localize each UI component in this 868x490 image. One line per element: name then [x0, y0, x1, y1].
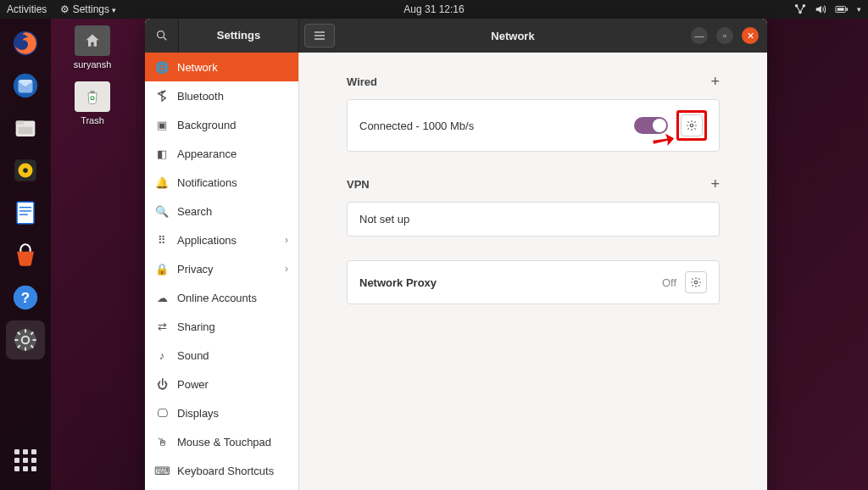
svg-rect-5: [846, 8, 848, 11]
maximize-button[interactable]: ▫: [716, 27, 733, 44]
sidebar-item-power[interactable]: ⏻Power: [145, 370, 298, 398]
sidebar-item-keyboard-shortcuts[interactable]: ⌨Keyboard Shortcuts: [145, 456, 298, 485]
wired-toggle[interactable]: [634, 117, 668, 134]
share-icon: ⇄: [155, 320, 169, 333]
dock-files[interactable]: [6, 109, 45, 148]
sidebar-item-search[interactable]: 🔍Search: [145, 197, 298, 226]
svg-rect-18: [19, 214, 28, 214]
mouse-icon: 🖱: [155, 435, 169, 448]
wired-connection-row: Connected - 1000 Mb/s: [347, 99, 720, 152]
settings-window: Settings Network — ▫ ✕ 🌐Network Bluetoot…: [145, 19, 767, 490]
vpn-row: Not set up: [347, 202, 720, 237]
wired-status: Connected - 1000 Mb/s: [359, 120, 474, 132]
dock-firefox[interactable]: [6, 24, 45, 63]
svg-point-32: [157, 31, 164, 38]
annotation-highlight: [676, 110, 707, 141]
proxy-state: Off: [662, 276, 676, 289]
music-icon: ♪: [155, 348, 169, 362]
dock-thunderbird[interactable]: [6, 66, 45, 105]
sidebar-item-applications[interactable]: ⠿Applications›: [145, 226, 298, 254]
svg-rect-14: [17, 202, 34, 224]
sidebar-item-bluetooth[interactable]: Bluetooth: [145, 81, 298, 110]
network-proxy-row: Network Proxy Off: [347, 260, 720, 304]
wired-settings-button[interactable]: [681, 114, 703, 136]
keyboard-icon: ⌨: [155, 464, 169, 477]
cloud-icon: ☁: [155, 291, 169, 304]
power-menu-icon[interactable]: ▾: [857, 5, 861, 14]
svg-point-37: [690, 124, 693, 127]
sidebar-title: Settings: [179, 19, 299, 53]
vpn-status: Not set up: [359, 213, 409, 226]
dock-rhythmbox[interactable]: [6, 151, 45, 190]
bell-icon: 🔔: [155, 175, 169, 189]
svg-rect-4: [837, 8, 844, 11]
sidebar-item-sound[interactable]: ♪Sound: [145, 341, 298, 370]
svg-point-38: [694, 281, 698, 284]
desktop-icons: suryansh Trash: [63, 25, 122, 125]
clock[interactable]: Aug 31 12:16: [403, 3, 464, 15]
dock-libreoffice-writer[interactable]: [6, 193, 45, 232]
sidebar-item-notifications[interactable]: 🔔Notifications: [145, 168, 298, 197]
bluetooth-icon: [155, 89, 169, 103]
appearance-icon: ◧: [155, 147, 169, 160]
dock-show-applications[interactable]: [6, 441, 45, 480]
minimize-button[interactable]: —: [691, 27, 708, 44]
vpn-header: VPN: [347, 178, 370, 191]
sidebar-item-online-accounts[interactable]: ☁Online Accounts: [145, 283, 298, 312]
gnome-topbar: Activities ⚙ Settings Aug 31 12:16 ▾: [0, 0, 868, 19]
battery-indicator-icon[interactable]: [835, 3, 849, 15]
hamburger-menu[interactable]: [304, 24, 335, 47]
svg-rect-16: [19, 207, 31, 208]
close-button[interactable]: ✕: [742, 27, 759, 44]
sidebar-item-sharing[interactable]: ⇄Sharing: [145, 312, 298, 341]
svg-rect-17: [19, 210, 31, 211]
network-indicator-icon[interactable]: [794, 3, 806, 15]
svg-point-13: [23, 168, 28, 173]
volume-indicator-icon[interactable]: [815, 3, 826, 15]
network-panel: Wired + Connected - 1000 Mb/s VPN +: [299, 53, 767, 490]
proxy-label: Network Proxy: [359, 276, 437, 289]
search-button[interactable]: [145, 19, 179, 53]
svg-line-33: [164, 37, 166, 40]
dock-settings[interactable]: [6, 320, 45, 359]
background-icon: ▣: [155, 118, 169, 131]
sidebar-item-background[interactable]: ▣Background: [145, 110, 298, 139]
activities-button[interactable]: Activities: [7, 3, 47, 15]
dock-software[interactable]: [6, 236, 45, 275]
desktop-home-folder[interactable]: suryansh: [63, 25, 122, 70]
grid-icon: ⠿: [155, 233, 169, 247]
settings-sidebar: 🌐Network Bluetooth ▣Background ◧Appearan…: [145, 53, 299, 490]
lock-icon: 🔒: [155, 262, 169, 276]
wired-header: Wired: [347, 75, 377, 88]
search-icon: 🔍: [155, 204, 169, 218]
proxy-settings-button[interactable]: [685, 271, 707, 293]
app-menu[interactable]: ⚙ Settings: [60, 3, 116, 15]
titlebar: Settings Network — ▫ ✕: [145, 19, 767, 53]
power-icon: ⏻: [155, 377, 169, 391]
chevron-right-icon: ›: [285, 263, 288, 275]
sidebar-item-appearance[interactable]: ◧Appearance: [145, 139, 298, 168]
add-wired-button[interactable]: +: [710, 73, 720, 91]
gear-icon: ⚙: [60, 3, 70, 15]
sidebar-item-mouse-touchpad[interactable]: 🖱Mouse & Touchpad: [145, 427, 298, 456]
sidebar-item-network[interactable]: 🌐Network: [145, 53, 298, 81]
svg-text:?: ?: [21, 290, 30, 306]
add-vpn-button[interactable]: +: [710, 175, 720, 193]
desktop-trash[interactable]: Trash: [63, 81, 122, 125]
sidebar-item-displays[interactable]: 🖵Displays: [145, 398, 298, 427]
display-icon: 🖵: [155, 406, 169, 420]
svg-rect-9: [16, 121, 25, 125]
sidebar-item-privacy[interactable]: 🔒Privacy›: [145, 254, 298, 283]
svg-rect-10: [19, 127, 33, 135]
window-title: Network: [335, 30, 691, 42]
dock-help[interactable]: ?: [6, 278, 45, 317]
globe-icon: 🌐: [155, 60, 169, 74]
ubuntu-dock: ?: [0, 19, 51, 490]
chevron-right-icon: ›: [285, 234, 288, 246]
